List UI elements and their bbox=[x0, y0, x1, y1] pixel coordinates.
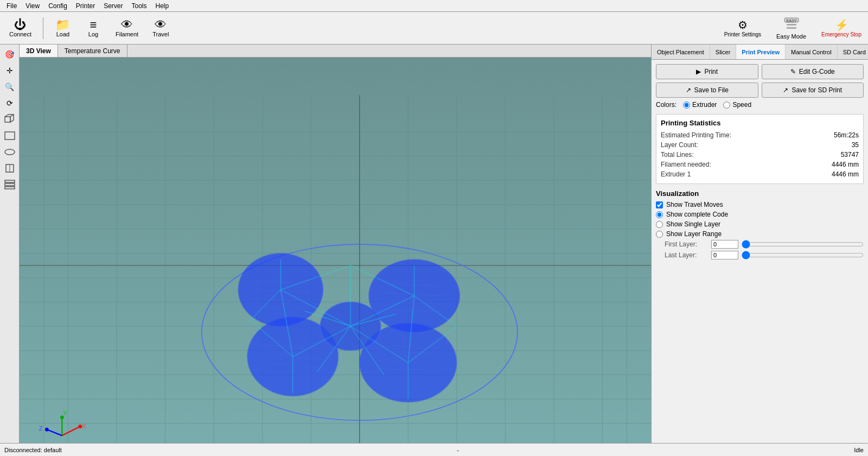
colors-section: Colors: Extruder Speed bbox=[656, 101, 864, 109]
right-panel: Object Placement Slicer Print Preview Ma… bbox=[651, 45, 868, 443]
stats-filament-needed: Filament needed: 4446 mm bbox=[661, 160, 859, 169]
rotate-tool-icon[interactable]: ⟳ bbox=[2, 96, 18, 111]
filament-button[interactable]: 👁 Filament bbox=[111, 16, 143, 40]
easy-mode-button[interactable]: EASY Easy Mode bbox=[772, 15, 810, 42]
toolbar-right: ⚙ Printer Settings EASY Easy Mode ⚡ Emer… bbox=[722, 15, 864, 42]
last-layer-input[interactable] bbox=[711, 251, 738, 259]
complete-code-radio[interactable] bbox=[656, 211, 663, 218]
total-lines-label: Total Lines: bbox=[661, 151, 694, 159]
view-top-icon[interactable] bbox=[2, 144, 18, 160]
print-label: Print bbox=[704, 68, 718, 75]
view-3d-icon[interactable] bbox=[2, 112, 18, 127]
connect-button[interactable]: ⏻ Connect bbox=[4, 16, 36, 40]
svg-rect-4 bbox=[5, 117, 10, 122]
extruder-radio[interactable] bbox=[683, 102, 690, 109]
estimated-time-label: Estimated Printing Time: bbox=[661, 131, 731, 139]
menubar: File View Config Printer Server Tools He… bbox=[0, 0, 868, 12]
connect-label: Connect bbox=[9, 31, 31, 37]
travel-button[interactable]: 👁 Travel bbox=[148, 16, 174, 40]
zoom-tool-icon[interactable]: 🔍 bbox=[2, 79, 18, 94]
filament-needed-label: Filament needed: bbox=[661, 161, 711, 168]
svg-rect-8 bbox=[5, 132, 15, 140]
svg-point-9 bbox=[5, 149, 15, 155]
layer-range-radio[interactable] bbox=[656, 231, 663, 238]
svg-rect-13 bbox=[5, 183, 15, 186]
select-tool-icon[interactable]: 🎯 bbox=[2, 47, 18, 62]
canvas-area[interactable]: X Y Z bbox=[20, 58, 651, 443]
statusbar-right: Idle bbox=[854, 447, 864, 453]
log-button[interactable]: ≡ Log bbox=[80, 16, 106, 40]
menu-help[interactable]: Help bbox=[151, 1, 174, 11]
tab-print-preview[interactable]: Print Preview bbox=[736, 45, 786, 59]
single-layer-option[interactable]: Show Single Layer bbox=[656, 220, 864, 228]
edit-gcode-button[interactable]: ✎ Edit G-Code bbox=[762, 64, 864, 79]
edit-gcode-icon: ✎ bbox=[790, 68, 796, 75]
menu-printer[interactable]: Printer bbox=[72, 1, 99, 11]
single-layer-radio[interactable] bbox=[656, 221, 663, 228]
tab-3d-view[interactable]: 3D View bbox=[20, 45, 58, 57]
main-area: 🎯 ✛ 🔍 ⟳ bbox=[0, 45, 868, 443]
print-icon: ▶ bbox=[696, 68, 701, 75]
filament-icon: 👁 bbox=[121, 19, 133, 31]
toolbar: ⏻ Connect 📁 Load ≡ Log 👁 Filament 👁 Trav… bbox=[0, 12, 868, 45]
panel-content: ▶ Print ✎ Edit G-Code ↗ Save to File ↗ S… bbox=[652, 60, 868, 443]
last-layer-row: Last Layer: bbox=[656, 251, 864, 259]
print-button[interactable]: ▶ Print bbox=[656, 64, 758, 79]
svg-text:EASY: EASY bbox=[786, 19, 796, 23]
save-for-sd-button[interactable]: ↗ Save for SD Print bbox=[762, 83, 864, 98]
speed-radio-option[interactable]: Speed bbox=[723, 101, 751, 109]
tab-slicer[interactable]: Slicer bbox=[710, 45, 737, 59]
layer-range-option[interactable]: Show Layer Range bbox=[656, 230, 864, 238]
stats-title: Printing Statistics bbox=[661, 119, 859, 127]
complete-code-option[interactable]: Show complete Code bbox=[656, 211, 864, 218]
complete-code-label: Show complete Code bbox=[666, 211, 728, 218]
menu-tools[interactable]: Tools bbox=[127, 1, 151, 11]
load-button[interactable]: 📁 Load bbox=[50, 16, 76, 40]
extruder1-label: Extruder 1 bbox=[661, 170, 691, 178]
first-layer-slider[interactable] bbox=[742, 240, 864, 248]
svg-rect-2 bbox=[787, 24, 796, 26]
save-to-file-button[interactable]: ↗ Save to File bbox=[656, 83, 758, 98]
save-sd-icon: ↗ bbox=[783, 86, 788, 94]
menu-view[interactable]: View bbox=[21, 1, 44, 11]
svg-marker-5 bbox=[10, 115, 14, 122]
move-tool-icon[interactable]: ✛ bbox=[2, 63, 18, 78]
save-file-icon: ↗ bbox=[686, 86, 691, 94]
first-layer-input[interactable] bbox=[711, 240, 738, 249]
log-label: Log bbox=[88, 31, 98, 37]
single-layer-label: Show Single Layer bbox=[666, 220, 720, 228]
save-for-sd-label: Save for SD Print bbox=[792, 86, 842, 94]
tab-object-placement[interactable]: Object Placement bbox=[652, 45, 710, 59]
last-layer-slider[interactable] bbox=[742, 251, 864, 259]
filament-needed-value: 4446 mm bbox=[832, 161, 859, 168]
layer-range-label: Show Layer Range bbox=[666, 230, 722, 238]
travel-moves-option[interactable]: Show Travel Moves bbox=[656, 201, 864, 208]
menu-server[interactable]: Server bbox=[99, 1, 127, 11]
travel-moves-checkbox[interactable] bbox=[656, 201, 663, 208]
emergency-stop-label: Emergency Stop bbox=[821, 31, 861, 37]
menu-config[interactable]: Config bbox=[44, 1, 72, 11]
svg-text:Y: Y bbox=[63, 410, 68, 416]
statusbar-left: Disconnected: default bbox=[4, 447, 62, 453]
left-sidebar: 🎯 ✛ 🔍 ⟳ bbox=[0, 45, 20, 443]
svg-rect-3 bbox=[787, 27, 796, 29]
svg-rect-15 bbox=[20, 58, 651, 443]
view-left-icon[interactable] bbox=[2, 161, 18, 176]
tab-temperature-curve[interactable]: Temperature Curve bbox=[58, 45, 127, 57]
layers-icon[interactable] bbox=[2, 177, 18, 192]
svg-rect-14 bbox=[5, 187, 15, 189]
extruder-radio-label: Extruder bbox=[692, 101, 717, 109]
tab-manual-control[interactable]: Manual Control bbox=[786, 45, 838, 59]
save-buttons-row: ↗ Save to File ↗ Save for SD Print bbox=[656, 83, 864, 98]
emergency-stop-button[interactable]: ⚡ Emergency Stop bbox=[819, 16, 864, 40]
view-front-icon[interactable] bbox=[2, 128, 18, 143]
tab-sd-card[interactable]: SD Card bbox=[838, 45, 868, 59]
viewport-tabs: 3D View Temperature Curve bbox=[20, 45, 651, 58]
printer-settings-button[interactable]: ⚙ Printer Settings bbox=[722, 16, 763, 40]
travel-label: Travel bbox=[152, 31, 169, 37]
stats-total-lines: Total Lines: 53747 bbox=[661, 150, 859, 160]
svg-point-95 bbox=[45, 428, 49, 432]
menu-file[interactable]: File bbox=[2, 1, 21, 11]
speed-radio[interactable] bbox=[723, 102, 730, 109]
extruder-radio-option[interactable]: Extruder bbox=[683, 101, 717, 109]
